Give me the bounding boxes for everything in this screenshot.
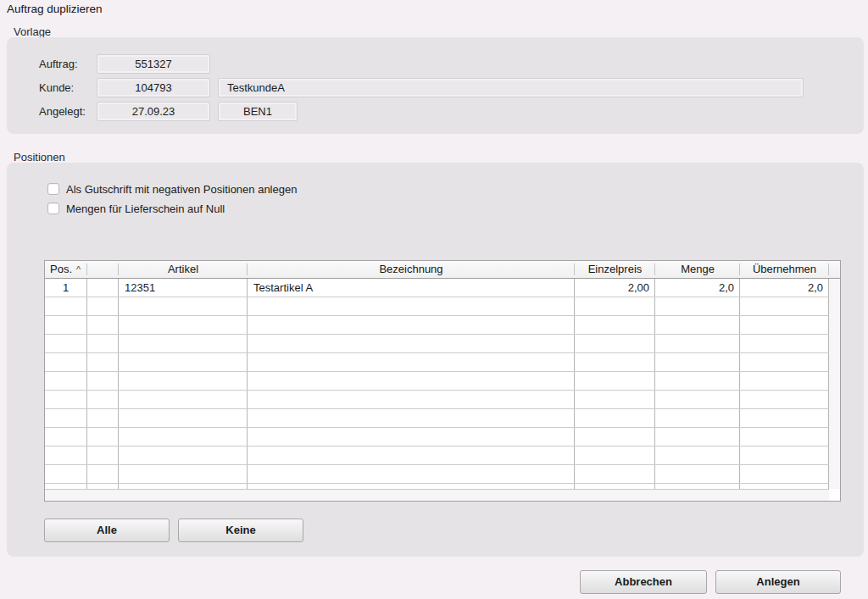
cell-artikel: 12351 <box>119 279 248 297</box>
anlegen-button[interactable]: Anlegen <box>715 570 841 594</box>
cell-pos: 1 <box>45 279 87 297</box>
table-row-empty <box>45 353 829 372</box>
horizontal-scrollbar[interactable] <box>45 489 829 501</box>
cell-uebernehmen: 2,0 <box>740 279 829 297</box>
column-header-pos[interactable]: Pos.^ <box>45 261 87 278</box>
gutschrift-checkbox[interactable] <box>47 183 59 195</box>
column-header-scroll-spacer <box>829 261 840 278</box>
table-row-empty <box>45 372 829 391</box>
column-header-blank[interactable] <box>87 261 119 278</box>
scrollbar-corner <box>829 489 840 501</box>
duplicate-order-dialog: Auftrag duplizieren Vorlage Auftrag: 551… <box>0 0 868 599</box>
table-row-empty <box>45 465 829 484</box>
positionen-group-label: Positionen <box>14 151 65 164</box>
page-title: Auftrag duplizieren <box>7 3 103 15</box>
vertical-scrollbar[interactable] <box>829 279 840 489</box>
kunde-name-field[interactable]: TestkundeA <box>219 79 803 97</box>
table-row[interactable]: 1 12351 Testartikel A 2,00 2,0 2,0 <box>45 279 829 297</box>
kunde-number-field[interactable]: 104793 <box>97 79 209 97</box>
table-row-empty <box>45 335 829 353</box>
column-header-artikel[interactable]: Artikel <box>119 261 248 278</box>
alle-button[interactable]: Alle <box>44 519 170 542</box>
abbrechen-button[interactable]: Abbrechen <box>580 570 707 594</box>
mengen-null-checkbox-label: Mengen für Lieferschein auf Null <box>66 202 225 215</box>
table-header-row: Pos.^ Artikel Bezeichnung Einzelpreis Me… <box>45 261 840 279</box>
sort-ascending-icon: ^ <box>76 264 81 275</box>
column-header-einzelpreis[interactable]: Einzelpreis <box>575 261 655 278</box>
gutschrift-checkbox-label: Als Gutschrift mit negativen Positionen … <box>66 183 297 196</box>
table-body: 1 12351 Testartikel A 2,00 2,0 2,0 <box>45 279 829 490</box>
auftrag-label: Auftrag: <box>39 58 78 70</box>
table-row-empty <box>45 316 829 335</box>
angelegt-user-field[interactable]: BEN1 <box>219 103 297 120</box>
mengen-null-checkbox[interactable] <box>47 202 59 214</box>
cell-menge: 2,0 <box>655 279 740 297</box>
table-row-empty <box>45 297 829 316</box>
angelegt-label: Angelegt: <box>39 105 86 118</box>
kunde-label: Kunde: <box>39 81 74 94</box>
cell-bezeichnung: Testartikel A <box>248 279 575 297</box>
table-row-empty <box>45 409 829 428</box>
table-row-empty <box>45 446 829 465</box>
column-header-menge[interactable]: Menge <box>655 261 740 278</box>
cell-einzelpreis: 2,00 <box>575 279 655 297</box>
auftrag-field[interactable]: 551327 <box>97 55 209 73</box>
keine-button[interactable]: Keine <box>178 519 303 542</box>
table-row-empty <box>45 391 829 409</box>
vorlage-group-label: Vorlage <box>14 25 51 38</box>
angelegt-date-field[interactable]: 27.09.23 <box>97 103 209 120</box>
column-header-uebernehmen[interactable]: Übernehmen <box>740 261 829 278</box>
positions-table: Pos.^ Artikel Bezeichnung Einzelpreis Me… <box>44 260 841 502</box>
column-header-bezeichnung[interactable]: Bezeichnung <box>248 261 575 278</box>
table-row-empty <box>45 428 829 446</box>
cell-blank <box>87 279 119 297</box>
